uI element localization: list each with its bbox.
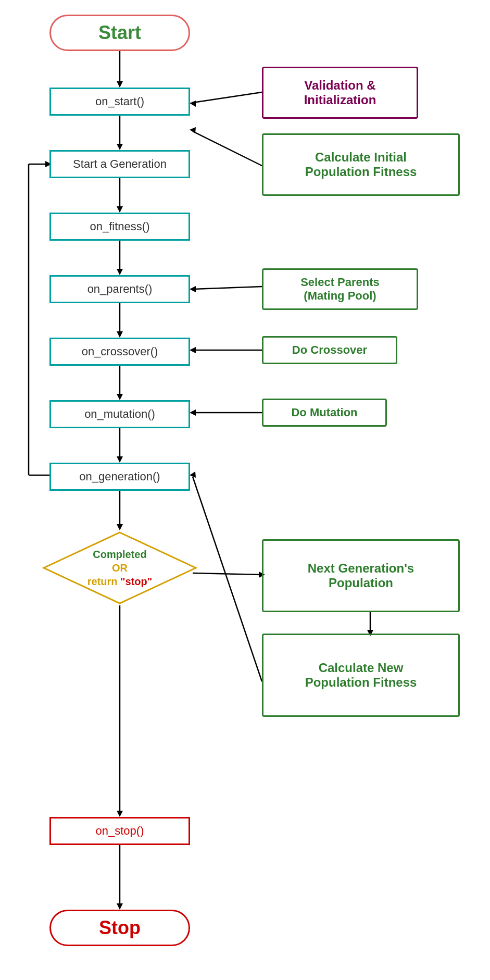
svg-marker-25 — [190, 101, 196, 107]
next-gen-label: Next Generation's Population — [308, 561, 414, 590]
start-terminal: Start — [49, 15, 190, 51]
svg-line-24 — [193, 92, 262, 103]
diamond-stop-string: "stop" — [120, 576, 152, 587]
svg-marker-7 — [117, 269, 123, 275]
validation-box: Validation & Initialization — [262, 67, 418, 119]
svg-marker-9 — [117, 331, 123, 338]
on-crossover-box: on_crossover() — [49, 338, 190, 366]
diamond-or: OR — [112, 561, 128, 575]
start-generation-box: Start a Generation — [49, 150, 190, 178]
on-stop-label: on_stop() — [96, 824, 144, 838]
do-mutation-box: Do Mutation — [262, 399, 387, 427]
svg-marker-33 — [190, 410, 196, 416]
select-parents-label: Select Parents (Mating Pool) — [300, 276, 380, 303]
diagram-container: Start on_start() Start a Generation on_f… — [0, 0, 490, 980]
svg-marker-31 — [190, 347, 196, 353]
svg-line-36 — [193, 477, 262, 681]
on-crossover-label: on_crossover() — [82, 345, 158, 358]
on-generation-box: on_generation() — [49, 463, 190, 491]
select-parents-box: Select Parents (Mating Pool) — [262, 268, 418, 310]
validation-label: Validation & Initialization — [304, 78, 376, 107]
svg-marker-13 — [117, 456, 123, 463]
calc-new-label: Calculate New Population Fitness — [305, 661, 417, 690]
svg-line-26 — [193, 131, 262, 166]
next-gen-box: Next Generation's Population — [262, 539, 460, 612]
on-mutation-label: on_mutation() — [84, 407, 155, 421]
do-crossover-label: Do Crossover — [292, 343, 367, 357]
calc-initial-box: Calculate Initial Population Fitness — [262, 133, 460, 196]
svg-marker-19 — [117, 903, 123, 910]
svg-line-38 — [193, 573, 262, 575]
svg-marker-17 — [117, 811, 123, 817]
on-mutation-box: on_mutation() — [49, 400, 190, 428]
stop-label: Stop — [99, 917, 141, 939]
on-stop-box: on_stop() — [49, 817, 190, 845]
svg-marker-1 — [117, 81, 123, 88]
stop-terminal: Stop — [49, 910, 190, 946]
calc-initial-label: Calculate Initial Population Fitness — [305, 150, 417, 179]
calc-new-box: Calculate New Population Fitness — [262, 634, 460, 717]
svg-marker-37 — [190, 472, 196, 478]
on-start-label: on_start() — [95, 95, 144, 108]
svg-line-28 — [193, 287, 262, 289]
diamond-completed: Completed — [93, 548, 146, 561]
svg-marker-29 — [190, 286, 196, 292]
on-fitness-label: on_fitness() — [90, 220, 150, 233]
diamond-return: return "stop" — [87, 575, 153, 588]
do-mutation-label: Do Mutation — [291, 406, 357, 419]
start-label: Start — [98, 22, 141, 44]
svg-marker-5 — [117, 206, 123, 213]
start-generation-label: Start a Generation — [73, 157, 167, 171]
do-crossover-box: Do Crossover — [262, 336, 397, 364]
svg-marker-11 — [117, 394, 123, 400]
on-start-box: on_start() — [49, 88, 190, 116]
svg-marker-3 — [117, 144, 123, 150]
svg-marker-15 — [117, 524, 123, 530]
svg-marker-27 — [190, 127, 196, 133]
diamond-return-word: return — [87, 576, 118, 587]
on-fitness-box: on_fitness() — [49, 213, 190, 241]
on-parents-box: on_parents() — [49, 275, 190, 303]
on-parents-label: on_parents() — [87, 282, 153, 296]
on-generation-label: on_generation() — [79, 470, 160, 483]
decision-diamond: Completed OR return "stop" — [42, 530, 198, 605]
